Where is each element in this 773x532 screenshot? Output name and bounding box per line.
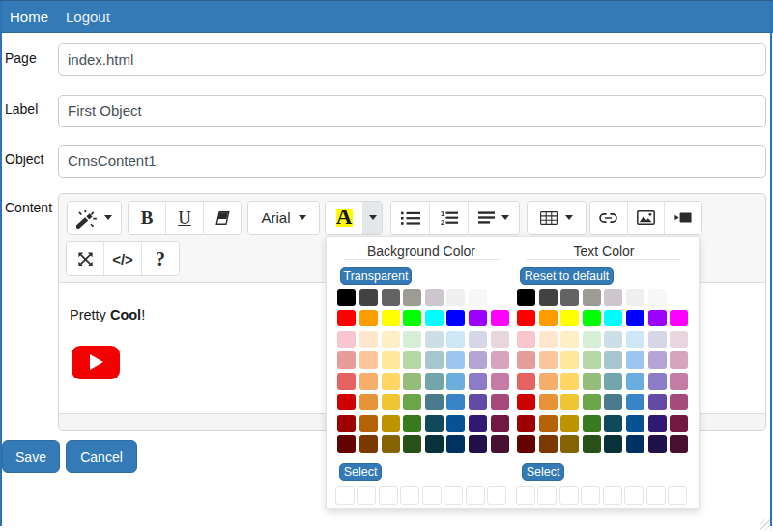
svg-text:2: 2 [441,217,444,225]
